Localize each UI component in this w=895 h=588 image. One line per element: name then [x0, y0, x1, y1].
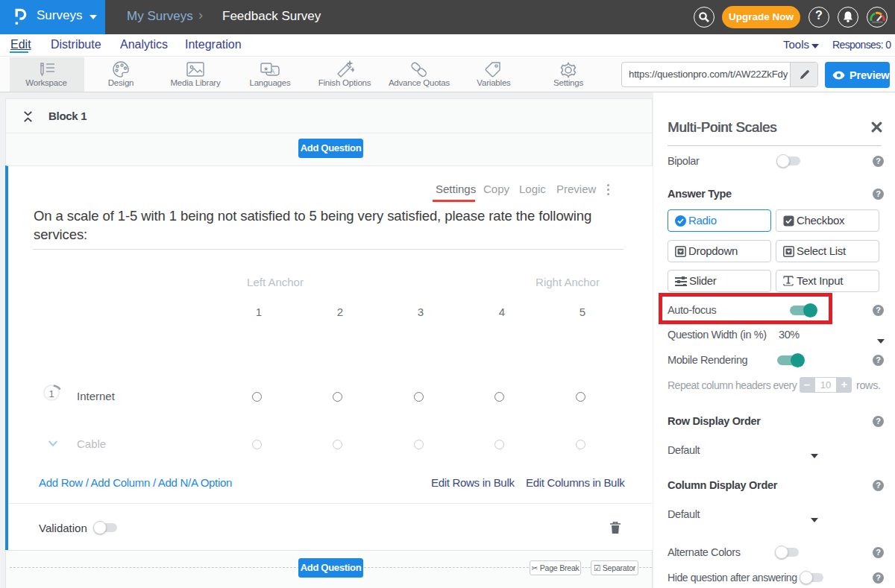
svg-text:★: ★ [263, 66, 268, 72]
svg-text:A: A [271, 68, 275, 75]
